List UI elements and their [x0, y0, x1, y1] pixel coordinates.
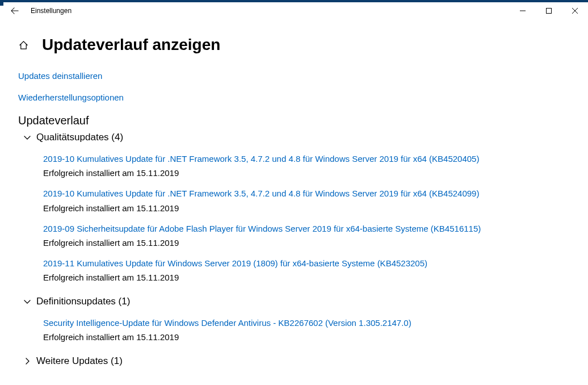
update-status: Erfolgreich installiert am 15.11.2019	[43, 273, 573, 282]
maximize-button[interactable]	[536, 2, 562, 19]
chevron-down-icon	[23, 134, 32, 141]
update-status: Erfolgreich installiert am 15.11.2019	[43, 238, 573, 248]
minimize-icon	[520, 8, 526, 14]
update-item: 2019-10 Kumulatives Update für .NET Fram…	[43, 153, 573, 178]
settings-window: Einstellungen Updateverlauf anzeigen Upd…	[3, 2, 588, 385]
page-heading-row: Updateverlauf anzeigen	[18, 36, 573, 54]
update-item: 2019-09 Sicherheitsupdate für Adobe Flas…	[43, 223, 573, 248]
back-button[interactable]	[9, 7, 20, 15]
category-definition-updates[interactable]: Definitionsupdates (1)	[23, 296, 573, 307]
close-icon	[572, 8, 578, 14]
uninstall-updates-link[interactable]: Updates deinstallieren	[18, 71, 573, 81]
section-heading: Updateverlauf	[18, 114, 573, 127]
update-item: Security Intelligence-Update für Windows…	[43, 317, 573, 342]
category-label: Qualitätsupdates (4)	[36, 132, 123, 143]
update-item: 2019-11 Kumulatives Update für Windows S…	[43, 258, 573, 282]
home-icon	[18, 40, 29, 51]
chevron-right-icon	[23, 358, 32, 365]
update-title-link[interactable]: 2019-10 Kumulatives Update für .NET Fram…	[43, 153, 573, 165]
home-button[interactable]	[18, 40, 31, 51]
close-button[interactable]	[562, 2, 588, 19]
update-title-link[interactable]: 2019-10 Kumulatives Update für .NET Fram…	[43, 188, 573, 199]
action-links: Updates deinstallieren Wiederherstellung…	[18, 71, 573, 102]
recovery-options-link[interactable]: Wiederherstellungsoptionen	[18, 93, 573, 102]
category-label: Weitere Updates (1)	[36, 355, 123, 367]
app-title: Einstellungen	[31, 7, 72, 15]
update-status: Erfolgreich installiert am 15.11.2019	[43, 168, 573, 178]
update-status: Erfolgreich installiert am 15.11.2019	[43, 203, 573, 213]
left-artifact: p	[0, 14, 3, 19]
svg-rect-0	[547, 9, 552, 14]
minimize-button[interactable]	[510, 2, 536, 19]
content-area: Updateverlauf anzeigen Updates deinstall…	[3, 36, 588, 367]
update-item: 2019-10 Kumulatives Update für .NET Fram…	[43, 188, 573, 212]
update-title-link[interactable]: 2019-09 Sicherheitsupdate für Adobe Flas…	[43, 223, 573, 235]
update-title-link[interactable]: Security Intelligence-Update für Windows…	[43, 317, 573, 329]
titlebar: Einstellungen	[3, 2, 588, 19]
update-title-link[interactable]: 2019-11 Kumulatives Update für Windows S…	[43, 258, 573, 269]
page-title: Updateverlauf anzeigen	[42, 36, 220, 54]
update-list-quality: 2019-10 Kumulatives Update für .NET Fram…	[43, 153, 573, 282]
back-arrow-icon	[11, 7, 19, 15]
category-other-updates[interactable]: Weitere Updates (1)	[23, 355, 573, 367]
chevron-down-icon	[23, 298, 32, 305]
update-list-definition: Security Intelligence-Update für Windows…	[43, 317, 573, 342]
category-label: Definitionsupdates (1)	[36, 296, 130, 307]
update-status: Erfolgreich installiert am 15.11.2019	[43, 332, 573, 342]
category-quality-updates[interactable]: Qualitätsupdates (4)	[23, 132, 573, 143]
maximize-icon	[546, 8, 552, 14]
